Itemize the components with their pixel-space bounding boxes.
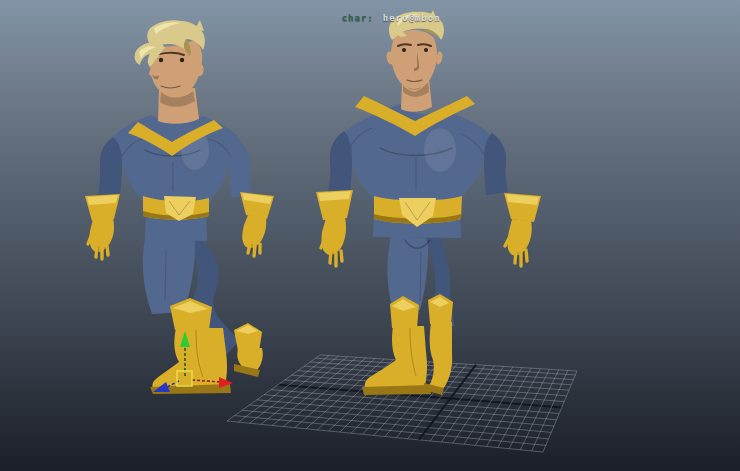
- upper-arm-left: [98, 137, 122, 199]
- eye: [402, 48, 406, 52]
- boot-back: [234, 323, 263, 377]
- grid-line: [250, 356, 339, 423]
- glove-left: [85, 194, 120, 259]
- grid-line: [475, 368, 522, 446]
- character-hero-right[interactable]: [316, 10, 541, 395]
- upper-arm-right: [484, 133, 508, 195]
- hud-label: char:: [342, 13, 374, 23]
- eye: [424, 48, 428, 52]
- grid-line: [464, 367, 513, 444]
- hud-value: hero@mbon: [383, 13, 441, 23]
- eye: [180, 58, 184, 62]
- ear: [196, 64, 204, 77]
- grid-line: [487, 368, 532, 446]
- boot-front: [362, 296, 431, 395]
- torso-suit: [105, 115, 246, 241]
- grid-line: [453, 366, 504, 443]
- maya-viewport[interactable]: char:hero@mbon: [0, 0, 740, 471]
- grid-line: [295, 358, 375, 427]
- glove-left: [316, 190, 353, 266]
- upper-arm-right: [230, 139, 252, 198]
- eye: [159, 58, 163, 62]
- hud-character-indicator: char:hero@mbon: [316, 3, 441, 33]
- glove-right: [504, 193, 541, 266]
- glove-right: [240, 192, 274, 256]
- grid-line: [272, 357, 357, 425]
- upper-arm-left: [328, 131, 352, 195]
- grid-line: [283, 358, 365, 427]
- character-hero-left[interactable]: [85, 20, 274, 394]
